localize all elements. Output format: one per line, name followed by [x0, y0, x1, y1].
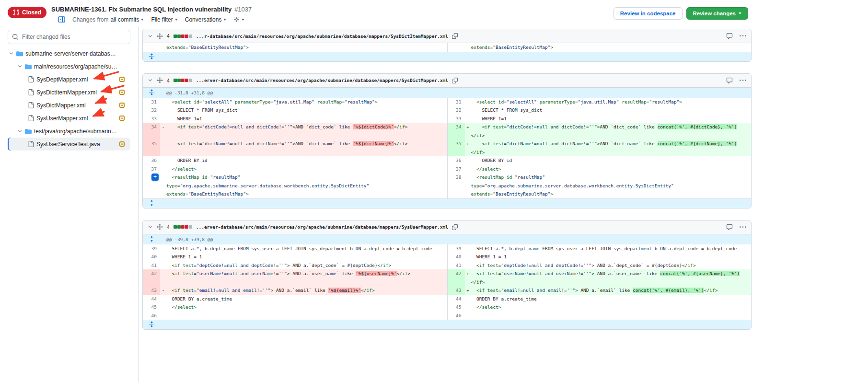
tree-file-item[interactable]: SysUserServiceTest.java: [8, 138, 130, 150]
collapse-file-button[interactable]: [148, 78, 153, 83]
line-number[interactable]: 38: [448, 173, 465, 198]
changes-from-label: Changes from: [72, 16, 108, 23]
line-number[interactable]: 46: [448, 312, 465, 320]
line-number[interactable]: 36: [143, 156, 160, 165]
file-options-button[interactable]: [740, 33, 746, 39]
tree-file-item[interactable]: SysDictItemMapper.xml: [8, 86, 130, 99]
add-comment-button[interactable]: +: [151, 174, 159, 181]
collapse-file-button[interactable]: [148, 34, 153, 39]
line-number[interactable]: 37: [143, 165, 160, 174]
line-number[interactable]: 34: [448, 123, 465, 139]
line-number[interactable]: [143, 43, 160, 52]
copy-path-button[interactable]: [452, 78, 458, 83]
diff-pane-right: 32 SELECT * FROM sys_dict: [447, 106, 752, 115]
line-number[interactable]: 34: [143, 123, 160, 139]
line-number[interactable]: 41: [143, 261, 160, 270]
line-number[interactable]: 31: [143, 98, 160, 106]
diff-settings-menu[interactable]: [233, 16, 244, 23]
collapse-file-button[interactable]: [148, 224, 153, 230]
copy-path-button[interactable]: [452, 224, 458, 230]
line-number[interactable]: 35: [143, 139, 160, 156]
expand-diff-button[interactable]: [143, 53, 160, 60]
diff-pane-left: 37 </select>: [143, 165, 447, 174]
line-number[interactable]: 32: [448, 106, 465, 115]
line-number[interactable]: 43: [143, 286, 160, 295]
expand-diff-button[interactable]: [143, 200, 160, 207]
file-filter-menu[interactable]: File filter: [151, 16, 177, 23]
line-number[interactable]: 39: [448, 244, 465, 253]
expand-hunk-button[interactable]: [143, 236, 160, 243]
tree-folder-item[interactable]: test/java/org/apache/submarine/s...: [8, 125, 130, 138]
tree-file-item[interactable]: SysUserMapper.xml: [8, 112, 130, 125]
code-line: <if test="deptCode!=null and deptCode!='…: [471, 261, 752, 270]
line-number[interactable]: 43: [448, 286, 465, 295]
line-number[interactable]: 36: [448, 156, 465, 165]
filter-files-input[interactable]: [8, 30, 130, 44]
sidebar-toggle-icon[interactable]: [58, 16, 65, 23]
file-path-link[interactable]: ...erver-database/src/main/resources/org…: [196, 78, 448, 83]
chevron-down-icon[interactable]: [17, 128, 23, 134]
line-number[interactable]: 37: [448, 165, 465, 174]
tree-file-item[interactable]: SysDeptMapper.xml: [8, 73, 130, 86]
diff-pane-right: 35+ <if test="dictName!=null and dictNam…: [447, 139, 752, 156]
toggle-comments-button[interactable]: [726, 77, 733, 84]
copy-path-button[interactable]: [452, 33, 458, 39]
conversations-menu[interactable]: Conversations: [185, 16, 227, 23]
line-number[interactable]: 42: [143, 269, 160, 286]
file-header-actions: [726, 224, 746, 231]
line-number[interactable]: [448, 43, 465, 52]
file-tree: submarine-server/server-database/...main…: [8, 47, 130, 150]
diff-table: extends="BaseEntityResultMap">extends="B…: [143, 43, 751, 61]
tree-folder-item[interactable]: main/resources/org/apache/subm...: [8, 60, 130, 73]
review-changes-button[interactable]: Review changes: [686, 7, 748, 20]
line-number[interactable]: 39: [143, 244, 160, 253]
toggle-comments-button[interactable]: [726, 224, 733, 231]
line-number[interactable]: 40: [448, 253, 465, 261]
code-line: <if test="dictName!=null and dictName!='…: [166, 139, 447, 156]
line-number[interactable]: 44: [448, 295, 465, 303]
code-line: <if test="email!=null and email!=''"> AN…: [166, 286, 447, 295]
changes-from-menu[interactable]: Changes from all commits: [72, 16, 144, 23]
line-number[interactable]: 35: [448, 139, 465, 156]
chevron-down-icon[interactable]: [17, 64, 23, 69]
line-number[interactable]: 45: [448, 303, 465, 312]
diff-pane-left: 40 WHERE 1 = 1: [143, 253, 447, 261]
line-number[interactable]: 32: [143, 106, 160, 115]
expand-hunk-button[interactable]: [143, 89, 160, 96]
chevron-down-icon[interactable]: [9, 51, 14, 56]
line-number[interactable]: 44: [143, 295, 160, 303]
diff-pane-left: 44 ORDER BY a.create_time: [143, 295, 447, 303]
review-in-codespace-button[interactable]: Review in codespace: [613, 7, 683, 20]
line-number[interactable]: 33: [143, 115, 160, 123]
line-number[interactable]: 31: [448, 98, 465, 106]
expand-diff-button[interactable]: [143, 321, 160, 328]
file-path-link[interactable]: ...erver-database/src/main/resources/org…: [196, 224, 448, 230]
tree-folder-item[interactable]: submarine-server/server-database/...: [8, 47, 130, 60]
line-number[interactable]: 41: [448, 261, 465, 270]
changes-from-value: all commits: [110, 16, 139, 23]
diff-sign: [465, 303, 471, 312]
file-modified-icon: [119, 103, 125, 108]
drag-handle-icon[interactable]: [157, 224, 163, 230]
line-number[interactable]: 46: [143, 312, 160, 320]
tree-file-item[interactable]: SysDictMapper.xml: [8, 99, 130, 112]
drag-handle-icon[interactable]: [157, 33, 163, 39]
line-number[interactable]: 33: [448, 115, 465, 123]
diffstat-blocks: [174, 79, 192, 82]
pr-number[interactable]: #1037: [234, 6, 252, 13]
file-path-link[interactable]: ...r-database/src/main/resources/org/apa…: [196, 34, 448, 39]
line-number[interactable]: 45: [143, 303, 160, 312]
drag-handle-icon[interactable]: [157, 77, 163, 83]
file-options-button[interactable]: [740, 77, 746, 84]
diffstat-block: [181, 35, 185, 38]
file-options-button[interactable]: [740, 224, 746, 231]
line-number[interactable]: 40: [143, 253, 160, 261]
toggle-comments-button[interactable]: [726, 33, 733, 39]
diff-pane-right: 34+ <if test="dictCode!=null and dictCod…: [447, 123, 752, 139]
diff-pane-left: 33 WHERE 1=1: [143, 115, 447, 123]
code-line: ORDER BY a.create_time: [471, 295, 752, 303]
diffstat-block: [189, 225, 192, 229]
diff-sign: [465, 312, 471, 320]
line-number[interactable]: 42: [448, 269, 465, 286]
hunk-header: @@ -31,8 +31,8 @@: [143, 88, 751, 98]
